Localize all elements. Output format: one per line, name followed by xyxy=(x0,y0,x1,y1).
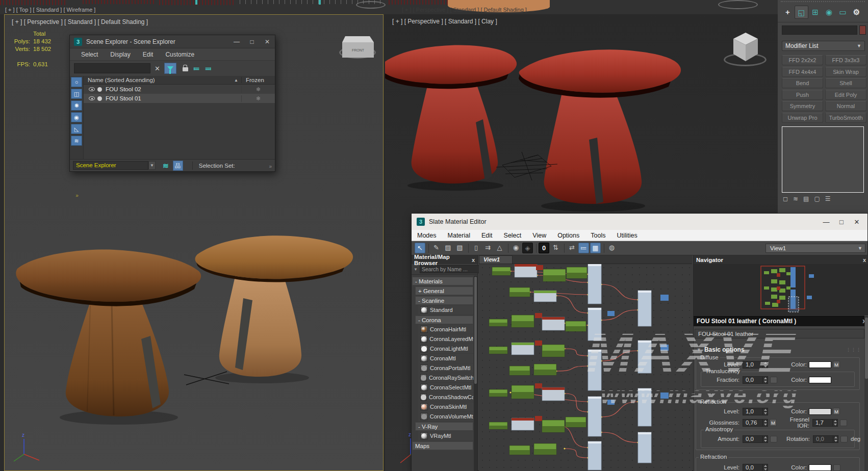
browser-item-standard[interactable]: Standard xyxy=(418,305,473,315)
parameter-editor-header[interactable]: FOU Stool 01 leather ( CoronaMtl ) x xyxy=(694,316,868,326)
translucency-color-swatch[interactable] xyxy=(809,377,831,383)
column-frozen[interactable]: Frozen xyxy=(241,77,275,83)
sort-ascending-icon[interactable]: ▲ xyxy=(234,78,241,83)
menu-item-edit[interactable]: Edit xyxy=(137,51,160,58)
reflection-map-button[interactable]: M xyxy=(833,408,840,415)
fresnel-ior-spinner[interactable]: 1,7 xyxy=(812,419,838,427)
ior-map-slot-button[interactable] xyxy=(840,420,847,426)
browser-group-materials[interactable]: - Materials xyxy=(412,277,473,285)
close-button[interactable]: ✕ xyxy=(260,38,275,45)
display-shapes-icon[interactable]: ◫ xyxy=(71,89,82,99)
browser-group-corona[interactable]: - Corona xyxy=(415,316,473,324)
zero-button[interactable]: 0 xyxy=(539,243,549,253)
motion-tab[interactable]: ◉ xyxy=(822,6,836,19)
browser-group-maps[interactable]: Maps xyxy=(412,441,473,450)
display-spacewarps-icon[interactable]: ≋ xyxy=(71,136,82,146)
display-lights-icon[interactable]: ✺ xyxy=(71,100,82,111)
browser-item-coronaskinmtl[interactable]: CoronaSkinMtl xyxy=(418,402,473,411)
put-material-to-scene-icon[interactable]: ▧ xyxy=(454,243,465,253)
browser-item-coronalayeredmtl[interactable]: CoronaLayeredMtl xyxy=(418,334,473,344)
modifier-list-dropdown[interactable]: Modifier List ▼ xyxy=(782,41,865,51)
select-tool[interactable]: ↖ xyxy=(415,243,425,253)
view-selector-dropdown[interactable]: View1 ▼ xyxy=(765,244,865,253)
delete-selected-icon[interactable]: ▯ xyxy=(471,243,481,253)
filter-button[interactable] xyxy=(164,63,176,74)
visibility-eye-icon[interactable] xyxy=(89,87,95,91)
modifier-button-edit-poly[interactable]: Edit Poly xyxy=(825,90,866,100)
modify-tab[interactable]: ◱ xyxy=(795,6,808,19)
parameter-scrollbar[interactable] xyxy=(864,316,868,471)
tab-view1[interactable]: View1 xyxy=(479,255,513,264)
display-helpers-icon[interactable]: ◺ xyxy=(71,124,82,134)
glossiness-spinner[interactable]: 0,76 xyxy=(743,419,768,427)
menu-item-modes[interactable]: Modes xyxy=(412,232,442,239)
rotation-spinner[interactable]: 0,0 xyxy=(813,435,838,443)
menu-item-tools[interactable]: Tools xyxy=(585,232,611,239)
layers-icon[interactable]: ≋ xyxy=(163,162,169,170)
browser-group-general[interactable]: + General xyxy=(415,286,473,295)
hierarchy-mode-button[interactable]: 品 xyxy=(173,161,183,171)
explorer-selector-dropdown[interactable]: Scene Explorer xyxy=(73,161,148,170)
refraction-map-slot-button[interactable] xyxy=(833,464,840,471)
table-row-fou-stool-02[interactable]: FOU Stool 02❄ xyxy=(84,85,275,94)
node-view[interactable]: View1 xyxy=(479,255,692,471)
diffuse-level-spinner[interactable]: 1,0 xyxy=(743,361,768,369)
modifier-button-unwrap-pro[interactable]: Unwrap Pro xyxy=(782,113,823,123)
browser-item-coronaportalmtl[interactable]: CoronaPortalMtl xyxy=(418,363,473,373)
menu-item-select[interactable]: Select xyxy=(75,51,104,58)
refraction-color-swatch[interactable] xyxy=(809,464,831,471)
browser-item-coronamtl[interactable]: CoronaMtl xyxy=(418,354,473,363)
display-objects-icon[interactable]: ○ xyxy=(71,77,82,87)
make-unique-icon[interactable]: ▤ xyxy=(803,195,809,202)
modifier-button-ffd-2x2x2[interactable]: FFD 2x2x2 xyxy=(782,55,823,65)
object-name-field[interactable] xyxy=(782,25,857,35)
layout-vertical-icon[interactable]: ⇅ xyxy=(550,243,561,253)
fraction-spinner[interactable]: 0,0 xyxy=(743,376,768,384)
reflection-color-swatch[interactable] xyxy=(809,408,831,415)
close-icon[interactable]: x xyxy=(472,257,475,263)
modifier-button-skin-wrap[interactable]: Skin Wrap xyxy=(825,67,866,77)
modifier-button-ffd-3x3x3[interactable]: FFD 3x3x3 xyxy=(825,55,866,65)
menu-item-view[interactable]: View xyxy=(527,232,552,239)
modifier-button-shell[interactable]: Shell xyxy=(825,78,866,88)
menu-item-options[interactable]: Options xyxy=(552,232,585,239)
browser-group-vray[interactable]: - V-Ray xyxy=(415,422,473,431)
browser-scrollbar[interactable] xyxy=(474,276,477,471)
frozen-cell-icon[interactable]: ❄ xyxy=(241,86,275,93)
menu-item-display[interactable]: Display xyxy=(104,51,136,58)
modifier-button-turbosmooth[interactable]: TurboSmooth xyxy=(825,113,866,123)
browser-item-coronalightmtl[interactable]: CoronaLightMtl xyxy=(418,344,473,353)
show-end-result-icon[interactable]: ≋ xyxy=(793,195,798,202)
modifier-button-push[interactable]: Push xyxy=(782,90,823,100)
diffuse-color-swatch[interactable] xyxy=(809,361,831,368)
chevron-down-icon[interactable]: ▼ xyxy=(412,267,420,272)
utilities-tab[interactable]: ⚙ xyxy=(850,6,863,19)
display-tab[interactable]: ▭ xyxy=(836,6,850,19)
lock-icon[interactable] xyxy=(183,67,188,71)
close-button[interactable]: ✕ xyxy=(849,218,864,226)
refraction-level-spinner[interactable]: 0,0 xyxy=(743,464,768,471)
modifier-stack-box[interactable] xyxy=(782,126,864,193)
create-tab[interactable]: + xyxy=(781,6,795,19)
table-header[interactable]: Name (Sorted Ascending) ▲ Frozen xyxy=(84,76,275,85)
pick-material-from-object-tool[interactable]: ✎ xyxy=(431,243,442,253)
parameter-editor-toggle[interactable]: ▦ xyxy=(590,243,601,253)
minimize-button[interactable]: — xyxy=(229,38,244,45)
configure-modifier-sets-icon[interactable]: ☰ xyxy=(825,195,831,202)
maximize-button[interactable]: □ xyxy=(244,38,260,45)
modifier-button-bend[interactable]: Bend xyxy=(782,78,823,88)
browser-item-coronavolumemtl[interactable]: CoronaVolumeMtl xyxy=(418,412,473,421)
select-by-material-icon[interactable]: ◍ xyxy=(606,243,617,253)
show-background-icon[interactable]: ◉ xyxy=(510,243,521,253)
menu-item-customize[interactable]: Customize xyxy=(159,51,200,58)
background-viewport-label[interactable]: [ + ] [ Perspective ] [ Standard ] [ Def… xyxy=(402,7,527,13)
material-name-field[interactable]: FOU Stool 01 leather xyxy=(695,329,864,338)
hierarchy-view-icon[interactable]: ≔ xyxy=(193,65,200,72)
layout-horizontal-icon[interactable]: ⇄ xyxy=(567,243,577,253)
move-children-icon[interactable]: ⇉ xyxy=(482,243,493,253)
menu-item-material[interactable]: Material xyxy=(442,232,476,239)
display-cameras-icon[interactable]: ◉ xyxy=(71,112,82,122)
browser-group-scanline[interactable]: - Scanline xyxy=(415,296,473,305)
search-input[interactable] xyxy=(74,63,150,73)
amount-spinner[interactable]: 0,0 xyxy=(743,435,768,443)
